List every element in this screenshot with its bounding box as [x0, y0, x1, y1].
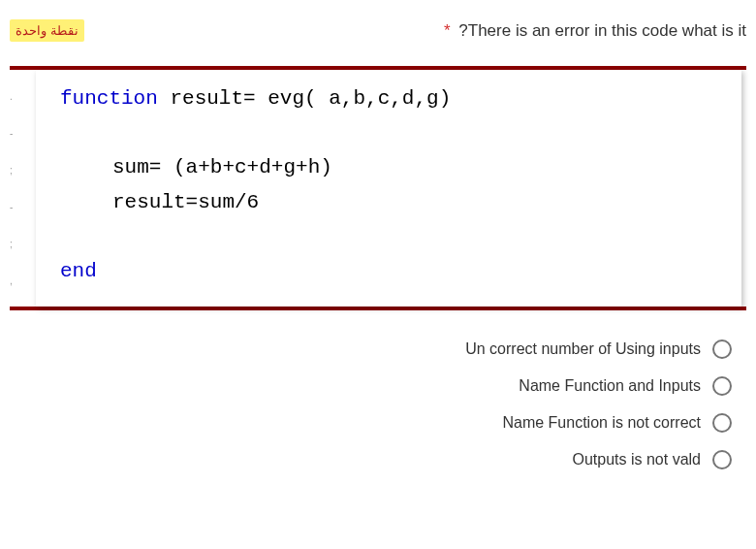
- radio-icon: [712, 413, 732, 433]
- radio-icon: [712, 376, 732, 396]
- option-3[interactable]: Name Function is not correct: [502, 413, 732, 433]
- points-badge: نقطة واحدة: [10, 19, 84, 42]
- question-title: * ?There is an error in this code what i…: [444, 21, 746, 41]
- option-2[interactable]: Name Function and Inputs: [519, 376, 732, 396]
- options-list: Un correct number of Using inputs Name F…: [10, 339, 746, 469]
- gutter-dots: .-;-;,: [10, 70, 21, 307]
- radio-icon: [712, 450, 732, 469]
- required-asterisk: *: [444, 21, 451, 40]
- code-blank-line: [60, 116, 722, 151]
- code-text: result= evg( a,b,c,d,g): [170, 87, 451, 110]
- option-label: Un correct number of Using inputs: [465, 340, 701, 358]
- option-label: Name Function and Inputs: [519, 377, 701, 395]
- option-label: Outputs is not vald: [572, 451, 701, 468]
- code-container: .-;-;, function result= evg( a,b,c,d,g) …: [10, 66, 746, 310]
- option-4[interactable]: Outputs is not vald: [572, 450, 732, 469]
- question-header: نقطة واحدة * ?There is an error in this …: [10, 19, 746, 42]
- code-blank-line: [60, 220, 722, 255]
- keyword-end: end: [60, 254, 722, 289]
- option-1[interactable]: Un correct number of Using inputs: [465, 339, 732, 359]
- option-label: Name Function is not correct: [502, 414, 701, 432]
- code-line-1: function result= evg( a,b,c,d,g): [60, 81, 722, 116]
- radio-icon: [712, 339, 732, 359]
- code-line-2: sum= (a+b+c+d+g+h): [60, 150, 722, 185]
- code-line-3: result=sum/6: [60, 185, 722, 220]
- code-block: function result= evg( a,b,c,d,g) sum= (a…: [36, 70, 741, 307]
- question-text: ?There is an error in this code what is …: [458, 21, 746, 40]
- keyword-function: function: [60, 87, 170, 110]
